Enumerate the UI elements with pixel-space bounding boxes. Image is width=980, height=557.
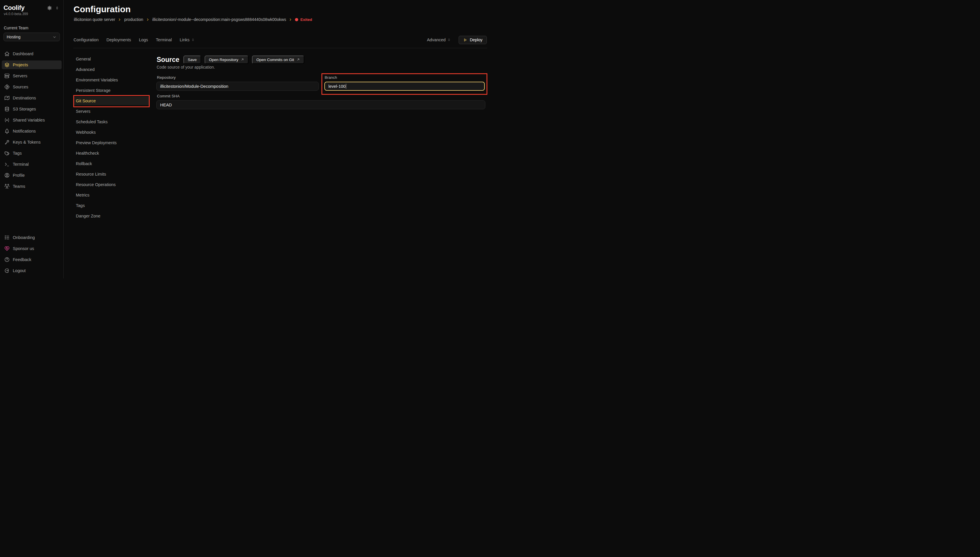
sidebar-item-sponsor[interactable]: Sponsor us (2, 244, 62, 253)
bell-icon (4, 128, 10, 134)
subnav-item-webhooks[interactable]: Webhooks (73, 128, 150, 137)
help-icon (4, 257, 10, 262)
sidebar-item-s3-storages[interactable]: S3 Storages (2, 105, 62, 113)
sidebar-item-profile[interactable]: Profile (2, 171, 62, 180)
open-repository-button[interactable]: Open Repository (205, 55, 249, 64)
team-select[interactable]: Hosting (3, 33, 60, 41)
current-team-label: Current Team (4, 26, 63, 30)
arrow-up-right-icon (296, 58, 300, 61)
source-header-row: Source Save Open Repository Open Commits… (157, 55, 304, 64)
sidebar-item-notifications[interactable]: Notifications (2, 127, 62, 135)
status-badge: Exited (295, 18, 312, 22)
chevron-right-icon (146, 18, 150, 21)
sun-theme-icon[interactable] (47, 5, 52, 11)
sidebar: Coolify v4.0.0-beta.399 Current Team Hos… (0, 0, 63, 278)
breadcrumb-environment[interactable]: production (124, 17, 143, 22)
tab-configuration[interactable]: Configuration (73, 37, 99, 42)
database-icon (4, 106, 10, 112)
commit-sha-label: Commit SHA (157, 94, 180, 98)
terminal-icon (4, 161, 10, 167)
repository-label: Repository (157, 75, 176, 80)
subnav-item-servers[interactable]: Servers (73, 107, 150, 116)
commit-sha-input[interactable]: HEAD (156, 100, 485, 109)
sidebar-item-onboarding[interactable]: Onboarding (2, 233, 62, 242)
tab-terminal[interactable]: Terminal (156, 37, 172, 42)
status-dot-icon (295, 18, 298, 21)
subnav-item-advanced[interactable]: Advanced (73, 65, 150, 74)
play-icon (463, 38, 467, 42)
sidebar-item-logout[interactable]: Logout (2, 266, 62, 275)
subnav-item-preview-deployments[interactable]: Preview Deployments (73, 138, 150, 147)
team-select-value: Hosting (7, 34, 20, 39)
subnav-item-resource-limits[interactable]: Resource Limits (73, 170, 150, 179)
subnav-item-persistent-storage[interactable]: Persistent Storage (73, 86, 150, 95)
breadcrumb-resource[interactable]: illicitestonion/-module--decomposition:m… (152, 17, 286, 22)
sidebar-item-tags[interactable]: Tags (2, 149, 62, 158)
subnav-item-environment-variables[interactable]: Environment Variables (73, 76, 150, 84)
subnav-item-git-source[interactable]: Git Source (73, 96, 150, 105)
tags-icon (4, 150, 10, 156)
checklist-icon (4, 235, 10, 240)
subnav-item-tags[interactable]: Tags (73, 201, 150, 210)
branch-input[interactable]: level-100 (324, 82, 485, 91)
user-icon (4, 173, 10, 178)
branch-label: Branch (325, 75, 337, 80)
tab-logs[interactable]: Logs (139, 37, 148, 42)
chevron-right-icon (289, 18, 293, 21)
sidebar-item-projects[interactable]: Projects (2, 60, 62, 69)
arrow-up-right-icon (241, 58, 244, 61)
variable-icon (4, 117, 10, 123)
layers-icon (4, 62, 10, 68)
subnav-item-danger-zone[interactable]: Danger Zone (73, 212, 150, 220)
chevron-updown-icon (447, 38, 451, 42)
subnav-item-metrics[interactable]: Metrics (73, 191, 150, 199)
key-icon (4, 139, 10, 145)
tab-bar: Configuration Deployments Logs Terminal … (73, 36, 487, 44)
text-cursor (346, 84, 346, 89)
map-icon (4, 95, 10, 101)
logout-icon (4, 268, 10, 274)
sidebar-item-feedback[interactable]: Feedback (2, 255, 62, 264)
sidebar-item-teams[interactable]: Teams (2, 182, 62, 191)
settings-subnav: General Advanced Environment Variables P… (73, 55, 150, 222)
tab-links[interactable]: Links (180, 37, 195, 42)
git-icon (4, 84, 10, 90)
chevron-updown-icon (191, 38, 195, 42)
app-logo[interactable]: Coolify (3, 4, 24, 11)
sidebar-item-dashboard[interactable]: Dashboard (2, 49, 62, 58)
breadcrumb-project[interactable]: illicitonion quote server (74, 17, 115, 22)
users-icon (4, 184, 10, 189)
subnav-item-rollback[interactable]: Rollback (73, 159, 150, 168)
chevron-down-icon (52, 35, 57, 39)
sidebar-item-keys-tokens[interactable]: Keys & Tokens (2, 138, 62, 147)
status-text: Exited (300, 18, 312, 22)
page-title: Configuration (73, 4, 131, 14)
deploy-button[interactable]: Deploy (458, 36, 487, 44)
sidebar-nav: Dashboard Projects Servers Sources Desti… (0, 49, 63, 191)
header-divider (73, 48, 487, 48)
sidebar-item-sources[interactable]: Sources (2, 83, 62, 91)
advanced-menu[interactable]: Advanced (427, 37, 451, 42)
sidebar-item-destinations[interactable]: Destinations (2, 94, 62, 102)
chevron-right-icon (118, 18, 122, 21)
sidebar-item-shared-variables[interactable]: Shared Variables (2, 116, 62, 124)
save-button[interactable]: Save (184, 55, 201, 64)
app-version: v4.0.0-beta.399 (0, 11, 63, 16)
repository-input[interactable]: illicitestonion/Module-Decomposition (156, 82, 319, 91)
subnav-item-resource-operations[interactable]: Resource Operations (73, 180, 150, 189)
sidebar-item-terminal[interactable]: Terminal (2, 160, 62, 169)
source-heading: Source (157, 56, 179, 64)
home-icon (4, 51, 10, 57)
subnav-item-general[interactable]: General (73, 55, 150, 64)
breadcrumb: illicitonion quote server production ill… (74, 17, 312, 22)
subnav-item-scheduled-tasks[interactable]: Scheduled Tasks (73, 117, 150, 126)
subnav-item-healthcheck[interactable]: Healthcheck (73, 149, 150, 158)
heart-hands-icon (4, 246, 10, 251)
open-commits-button[interactable]: Open Commits on Git (252, 55, 304, 64)
theme-selector-icon[interactable] (55, 6, 59, 10)
source-description: Code source of your application. (157, 65, 215, 70)
sidebar-item-servers[interactable]: Servers (2, 72, 62, 80)
tab-deployments[interactable]: Deployments (106, 37, 131, 42)
sidebar-footer: Onboarding Sponsor us Feedback Logout (2, 233, 62, 275)
server-icon (4, 73, 10, 79)
